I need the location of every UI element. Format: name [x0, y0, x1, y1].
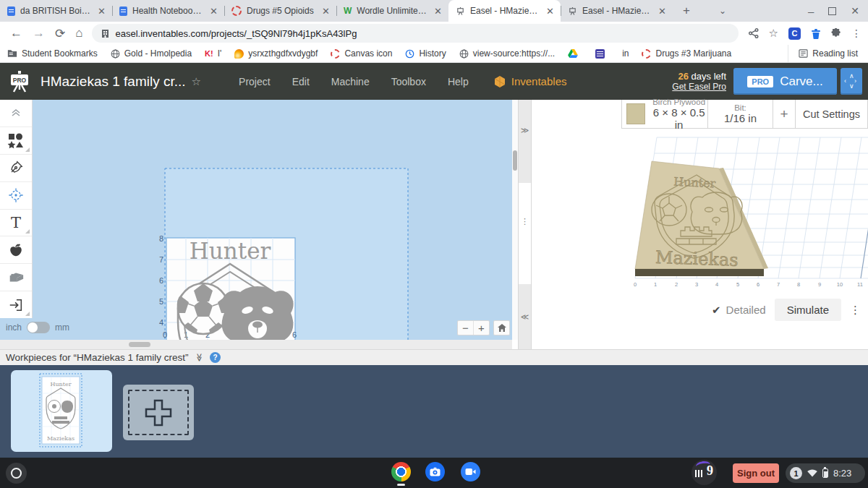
- back-icon[interactable]: ←: [10, 26, 22, 40]
- status-tray[interactable]: 1 8:23: [786, 463, 865, 483]
- drag-handle-icon[interactable]: ⋮: [519, 217, 531, 226]
- zoom-out-button[interactable]: −: [458, 321, 473, 335]
- bookmark-star-icon[interactable]: ☆: [769, 27, 778, 40]
- text-tool[interactable]: T: [0, 210, 32, 237]
- tab-canvas-opioids[interactable]: Drugs #5 Opioids ✕: [224, 0, 336, 22]
- chrome-app-icon[interactable]: [391, 462, 411, 481]
- omnibox[interactable]: easel.inventables.com/projects/_tSQ9Nl79…: [92, 24, 739, 43]
- toggle-knob: [27, 322, 38, 333]
- get-easel-pro-link[interactable]: Get Easel Pro: [672, 82, 726, 93]
- bookmark-list[interactable]: [595, 49, 609, 59]
- drill-origin-tool[interactable]: [0, 182, 32, 210]
- trash-icon[interactable]: [811, 28, 821, 39]
- workpiece-thumbnail-selected[interactable]: Hunter Maziekas: [11, 370, 112, 452]
- menu-edit[interactable]: Edit: [292, 76, 310, 87]
- grid-right-edge: [861, 137, 868, 278]
- trial-days: 26: [678, 71, 689, 82]
- vertical-scrollbar[interactable]: [512, 100, 518, 340]
- help-icon[interactable]: ?: [210, 352, 221, 363]
- sign-out-button[interactable]: Sign out: [733, 463, 779, 483]
- scroll-thumb[interactable]: [129, 342, 150, 347]
- trial-info: 26 days left Get Easel Pro: [672, 71, 726, 93]
- bookmark-gold[interactable]: Gold - Hmolpedia: [111, 48, 192, 59]
- new-tab-button[interactable]: +: [683, 0, 690, 22]
- horizontal-scrollbar[interactable]: [0, 340, 512, 349]
- menu-project[interactable]: Project: [239, 76, 271, 87]
- bit-selector[interactable]: Bit: 1/16 in: [708, 100, 773, 128]
- tab-docs-1[interactable]: da BRITISH Bois - Goog ✕: [0, 0, 112, 22]
- home-icon[interactable]: ⌂: [75, 26, 82, 40]
- close-icon[interactable]: ✕: [95, 6, 108, 17]
- video-icon: [465, 468, 476, 476]
- bookmark-drive[interactable]: [568, 49, 582, 58]
- menu-machine[interactable]: Machine: [331, 76, 370, 87]
- reload-icon[interactable]: ⟳: [55, 26, 65, 41]
- close-icon[interactable]: ✕: [208, 6, 220, 17]
- minimize-button[interactable]: –: [808, 5, 814, 17]
- reading-list-button[interactable]: Reading list: [788, 45, 868, 62]
- jog-machine-button[interactable]: ∧ ‹ › ∨: [841, 68, 862, 95]
- bookmark-student[interactable]: Student Bookmarks: [7, 48, 98, 59]
- bookmark-kahoot[interactable]: K! I': [205, 48, 221, 59]
- project-title[interactable]: HMaziekas 1 family cr...: [41, 74, 186, 90]
- text-icon: T: [11, 214, 21, 231]
- tab-docs-2[interactable]: Health Notebook - Goo ✕: [112, 0, 224, 22]
- close-icon[interactable]: ✕: [320, 6, 332, 17]
- bookmark-label: I': [218, 48, 222, 59]
- app-icon-9[interactable]: 9: [692, 460, 717, 485]
- bookmark-history[interactable]: History: [405, 48, 446, 59]
- extension-c-icon[interactable]: C: [788, 27, 801, 40]
- shapes-tool[interactable]: [0, 127, 32, 155]
- collapse-chevron-icon[interactable]: ≫: [195, 354, 204, 362]
- import-tool[interactable]: [0, 291, 32, 318]
- camera-app-icon[interactable]: [425, 462, 445, 481]
- material-selector[interactable]: Birch Plywood 6 × 8 × 0.5 in: [622, 100, 708, 128]
- meet-app-icon[interactable]: [461, 462, 480, 481]
- cut-settings-button[interactable]: Cut Settings: [796, 100, 867, 128]
- collapse-left-icon[interactable]: ≪: [519, 312, 531, 322]
- bookmark-in[interactable]: in: [622, 48, 629, 59]
- tab-list-chevron-icon[interactable]: ⌄: [719, 0, 726, 22]
- detailed-toggle[interactable]: ✔ Detailed: [712, 304, 766, 317]
- design-canvas[interactable]: 8 7 6 5 4 0 1 2 3 4 5 6 Hunter: [0, 100, 512, 349]
- add-bit-button[interactable]: +: [773, 100, 796, 128]
- share-icon[interactable]: [749, 28, 759, 38]
- close-icon[interactable]: ✕: [544, 6, 556, 17]
- projects-brick-tool[interactable]: [0, 264, 32, 291]
- material-swatch: [626, 103, 645, 124]
- pen-tool[interactable]: [0, 155, 32, 182]
- expand-right-icon[interactable]: ≫: [519, 126, 531, 135]
- zoom-home-button[interactable]: [494, 321, 509, 335]
- bookmark-viewsource[interactable]: view-source:https://...: [459, 48, 555, 59]
- menu-toolbox[interactable]: Toolbox: [391, 76, 426, 87]
- forward-icon[interactable]: →: [33, 26, 45, 40]
- tab-wordle[interactable]: W Wordle Unlimited - Play ✕: [336, 0, 448, 22]
- board-title-text: Hunter: [673, 174, 716, 190]
- bookmark-flame[interactable]: ysrxzthgdfxvdygbf: [234, 48, 318, 59]
- browser-menu-icon[interactable]: ⋮: [851, 27, 861, 39]
- bookmark-marijuana[interactable]: Drugs #3 Marijuana: [642, 48, 731, 59]
- unit-toggle[interactable]: [27, 322, 50, 333]
- design-library-tool[interactable]: [0, 236, 32, 264]
- carve-button[interactable]: PRO Carve...: [733, 68, 837, 95]
- tab-easel-active[interactable]: Easel - HMaziekas 1 fa ✕: [448, 0, 561, 22]
- menu-help[interactable]: Help: [448, 76, 469, 87]
- close-icon[interactable]: ✕: [656, 6, 668, 17]
- restore-button[interactable]: [828, 7, 836, 15]
- menu-bar: Project Edit Machine Toolbox Help: [239, 76, 469, 87]
- collapse-toolbar-button[interactable]: [0, 100, 32, 127]
- preview-3d[interactable]: 01 23 45 67 89 1011: [532, 129, 868, 318]
- simulate-button[interactable]: Simulate: [775, 299, 841, 321]
- launcher-button[interactable]: [6, 463, 27, 484]
- zoom-in-button[interactable]: +: [473, 321, 489, 335]
- bookmark-canvas[interactable]: Canvas icon: [331, 48, 392, 59]
- tab-easel-2[interactable]: Easel - HMaziekas 1 Bl ✕: [561, 0, 673, 22]
- window-close-button[interactable]: ✕: [851, 5, 859, 17]
- simulate-menu-icon[interactable]: ⋮: [850, 304, 861, 317]
- add-workpiece-button[interactable]: [123, 385, 194, 440]
- favorite-star-icon[interactable]: ☆: [192, 75, 201, 88]
- close-icon[interactable]: ✕: [432, 6, 444, 17]
- scroll-thumb[interactable]: [513, 150, 517, 171]
- extensions-puzzle-icon[interactable]: [831, 28, 841, 38]
- inventables-brand[interactable]: Inventables: [493, 75, 567, 88]
